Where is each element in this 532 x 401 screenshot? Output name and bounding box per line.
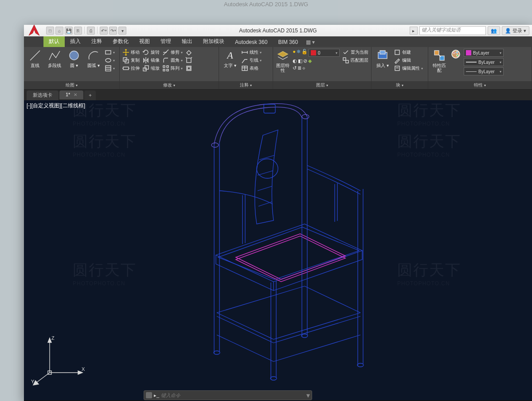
close-tab-icon[interactable]: ✕ — [74, 92, 77, 97]
trim-button[interactable]: 修剪▾ — [162, 49, 183, 56]
panel-annotate: A文字 ▾ 线性▾ 引线▾ 表格 注释 — [219, 47, 273, 89]
tab-insert[interactable]: 插入 — [65, 36, 86, 47]
layer-prev-icon[interactable]: ↺ — [293, 65, 297, 71]
lineweight-combo[interactable]: ByLayer — [464, 58, 504, 66]
stretch-button[interactable]: 拉伸 — [122, 65, 140, 72]
leader-button[interactable]: 引线▾ — [241, 57, 262, 64]
tab-default[interactable]: 默认 — [43, 36, 65, 47]
linetype-combo[interactable]: ByLayer — [464, 67, 504, 75]
arc-button[interactable]: 圆弧 ▾ — [85, 49, 102, 68]
svg-rect-18 — [163, 69, 165, 71]
rotate-button[interactable]: 旋转 — [142, 49, 160, 56]
tab-bim360[interactable]: BIM 360 — [273, 37, 303, 47]
tab-new[interactable]: 新选项卡 — [27, 90, 59, 100]
tab-manage[interactable]: 管理 — [155, 36, 176, 47]
qat-saveas-icon[interactable]: ⎘ — [74, 27, 82, 35]
fillet-button[interactable]: 圆角▾ — [162, 57, 183, 64]
layer-properties-button[interactable]: 图层特性 — [276, 49, 290, 73]
color-combo[interactable]: ByLayer — [464, 49, 504, 57]
panel-props-title[interactable]: 特性 — [428, 81, 532, 89]
scale-button[interactable]: 缩放 — [142, 65, 160, 72]
svg-point-44 — [457, 55, 458, 56]
layer-del-icon[interactable]: ⊘ — [303, 58, 307, 64]
svg-point-3 — [106, 59, 111, 62]
polyline-button[interactable]: 多段线 — [46, 49, 63, 68]
layer-walk-icon[interactable]: ⟐ — [302, 65, 305, 71]
qat-open-icon[interactable]: ⌂ — [55, 27, 63, 35]
panel-layers: 图层特性 ● ❄ 🔓 0 ◐ ◧ ⊘ ◆ ↺ — [273, 47, 372, 89]
qat-redo-icon[interactable]: ↷ — [109, 27, 117, 35]
erase-icon[interactable] — [185, 49, 192, 56]
search-input[interactable]: 键入关键字或短语 — [419, 26, 486, 35]
command-input[interactable] — [161, 393, 305, 398]
layer-off-icon[interactable]: ◐ — [293, 58, 297, 64]
layer-state-icon[interactable]: ≣ — [297, 65, 301, 71]
signin-button[interactable]: 👥 — [488, 26, 500, 35]
layer-combo[interactable]: 0 — [309, 49, 340, 57]
explode-icon[interactable] — [185, 57, 192, 64]
block-edit-button[interactable]: 编辑 — [394, 57, 423, 64]
axis-z-label: Z — [51, 335, 55, 341]
panel-layers-title[interactable]: 图层 — [273, 81, 371, 89]
qat-plot-icon[interactable]: ⎙ — [87, 27, 95, 35]
panel-block-title[interactable]: 块 — [372, 81, 428, 89]
panel-modify-title[interactable]: 修改 — [120, 81, 219, 89]
tab-file-1[interactable]: 1*✕ — [59, 90, 83, 100]
command-line[interactable]: ▸_ ▾ — [144, 390, 312, 400]
chair-wireframe — [154, 100, 402, 385]
palette-icon[interactable] — [450, 49, 461, 59]
model-viewport[interactable]: [-][自定义视图][二维线框] 圆行天下PHOTOPHOTO.CN 圆行天下P… — [24, 100, 532, 400]
copy-button[interactable]: 复制 — [122, 57, 140, 64]
svg-rect-35 — [395, 50, 399, 55]
layer-lock-icon[interactable]: 🔓 — [301, 49, 308, 57]
panel-annotate-title[interactable]: 注释 — [219, 81, 273, 89]
tab-view[interactable]: 视图 — [134, 36, 155, 47]
linear-dim-button[interactable]: 线性▾ — [241, 49, 262, 56]
set-current-button[interactable]: 置为当前 — [342, 49, 368, 56]
block-insert-button[interactable]: 插入 ▾ — [374, 49, 391, 68]
text-button[interactable]: A文字 ▾ — [222, 49, 239, 68]
layer-freeze-icon[interactable]: ❄ — [297, 49, 301, 57]
tab-add-button[interactable]: ＋ — [84, 90, 96, 100]
table-button[interactable]: 表格 — [241, 65, 262, 72]
array-button[interactable]: 阵列▾ — [162, 65, 183, 72]
line-button[interactable]: 直线 — [27, 49, 43, 68]
qat-save-icon[interactable]: 💾 — [65, 27, 73, 35]
move-button[interactable]: 移动 — [122, 49, 140, 56]
qat-customize-icon[interactable]: ▾ — [118, 27, 126, 35]
tab-param[interactable]: 参数化 — [107, 36, 134, 47]
rectangle-icon[interactable]: ▾ — [105, 49, 115, 56]
hatch-icon[interactable]: ▾ — [105, 65, 115, 72]
app-menu-button[interactable] — [26, 22, 43, 39]
quick-access-toolbar: □ ⌂ 💾 ⎘ ⎙ ↶ ↷ ▾ — [43, 27, 129, 35]
viewport-label[interactable]: [-][自定义视图][二维线框] — [27, 102, 85, 110]
offset-icon[interactable] — [185, 65, 192, 72]
svg-point-41 — [452, 50, 460, 58]
ellipse-icon[interactable]: ▾ — [105, 57, 115, 64]
login-button[interactable]: 👤 登录 ▾ — [502, 26, 529, 35]
layer-on-icon[interactable]: ◆ — [308, 58, 312, 64]
cmd-history-icon[interactable] — [146, 392, 152, 398]
ribbon-tabstrip: 默认 插入 注释 参数化 视图 管理 输出 附加模块 Autodesk 360 … — [24, 36, 532, 47]
layer-bulb-icon[interactable]: ● — [293, 49, 296, 57]
block-create-button[interactable]: 创建 — [394, 49, 423, 56]
qat-undo-icon[interactable]: ↶ — [100, 27, 108, 35]
circle-button[interactable]: 圆 ▾ — [66, 49, 82, 68]
qat-new-icon[interactable]: □ — [46, 27, 54, 35]
tab-plugins[interactable]: 附加模块 — [198, 36, 230, 47]
svg-marker-48 — [236, 236, 345, 282]
cmd-dropdown-icon[interactable]: ▾ — [306, 391, 310, 400]
tab-annotate[interactable]: 注释 — [86, 36, 107, 47]
tab-a360[interactable]: Autodesk 360 — [230, 37, 273, 47]
info-center-arrow-icon[interactable]: ▸ — [410, 27, 418, 35]
tab-extra-icon[interactable]: ▦ ▾ — [303, 37, 317, 47]
layer-iso-icon[interactable]: ◧ — [298, 58, 302, 64]
tab-output[interactable]: 输出 — [176, 36, 198, 47]
mirror-button[interactable]: 镜像 — [142, 57, 160, 64]
match-layer-button[interactable]: 匹配图层 — [342, 57, 368, 64]
match-props-button[interactable]: 特性匹配 — [431, 49, 448, 73]
panel-draw-title[interactable]: 绘图 — [24, 81, 119, 89]
svg-point-42 — [453, 52, 455, 54]
block-attr-button[interactable]: 编辑属性▾ — [394, 65, 423, 72]
svg-rect-17 — [167, 66, 168, 67]
